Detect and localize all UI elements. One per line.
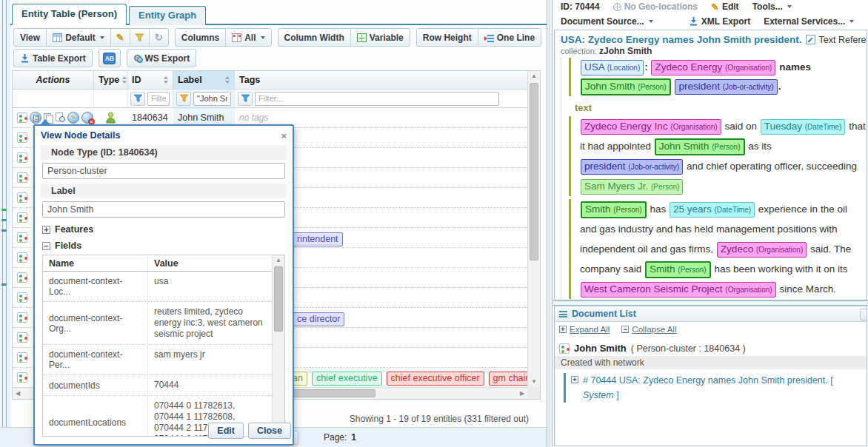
network-icon[interactable] [17, 312, 27, 323]
label-filter-input[interactable] [193, 92, 231, 106]
scroll-left-arrow[interactable]: ◀ [13, 388, 23, 399]
tab-entity-graph[interactable]: Entity Graph [129, 6, 206, 25]
text-reference-checkbox[interactable]: ✓ [806, 35, 815, 44]
scroll-down-arrow[interactable]: ▼ [528, 377, 540, 387]
scrollbar-thumb[interactable] [530, 83, 538, 261]
close-button[interactable]: Close [248, 423, 291, 439]
panel-splitter-horizontal[interactable] [552, 300, 868, 306]
row-height-label[interactable]: Row Height [417, 29, 478, 46]
node-type-input[interactable] [42, 163, 285, 179]
entity-chip[interactable]: Sam Myers Jr. (Person) [581, 179, 683, 195]
network-icon[interactable] [17, 212, 27, 223]
external-services-menu[interactable]: External Services... [758, 16, 859, 27]
document-link[interactable]: # 70444 USA: Zydeco Energy names John Sm… [583, 373, 866, 403]
column-width-label[interactable]: Column Width [278, 29, 350, 46]
xml-export-button[interactable]: XML Export [684, 16, 755, 27]
fields-table-row[interactable]: document-context-Per...sam myers jr [43, 345, 272, 375]
network-icon[interactable] [17, 192, 27, 203]
network-icon[interactable] [17, 352, 27, 363]
entity-chip[interactable]: USA (Location) [581, 60, 644, 75]
fields-table-row[interactable]: document-context-Org...reuters limited, … [43, 302, 272, 345]
annotation-button[interactable]: AB [99, 49, 121, 67]
scrollbar-thumb[interactable] [274, 266, 283, 332]
network-icon[interactable] [17, 132, 27, 143]
entity-tag[interactable]: chief executive [312, 372, 382, 386]
network-icon[interactable] [17, 332, 27, 343]
network-icon[interactable] [17, 112, 27, 123]
columns-all-dropdown[interactable]: All [225, 29, 270, 46]
entity-chip[interactable]: president (Job-or-activity) [675, 79, 777, 95]
edit-button[interactable]: Edit [208, 423, 244, 439]
entity-chip[interactable]: Zydeco Energy Inc (Organisation) [581, 119, 721, 135]
entity-tag[interactable]: chief executive officer [387, 372, 484, 386]
entity-tag[interactable]: gm chairman [489, 372, 527, 386]
network-icon[interactable] [17, 252, 27, 263]
network-icon[interactable] [17, 272, 27, 283]
filter-favorites-button[interactable] [130, 29, 149, 46]
row-height-one-line-button[interactable]: One Line [478, 29, 541, 46]
entity-chip[interactable]: West Cameron Seismic Project (Organisati… [581, 282, 776, 298]
tools-menu-button[interactable]: Tools... [747, 1, 797, 12]
column-header-tags[interactable]: Tags [235, 71, 540, 89]
network-icon[interactable] [17, 232, 27, 243]
panel-tool-button-partial[interactable] [860, 309, 867, 320]
column-header-label[interactable]: Label [173, 71, 235, 89]
column-header-type[interactable]: Type [94, 71, 127, 89]
document-source-menu[interactable]: Document Source... [555, 16, 658, 27]
job-tag[interactable]: rintendent [293, 232, 343, 246]
collapsed-west-panel[interactable] [0, 0, 10, 447]
view-label[interactable]: View [14, 29, 46, 46]
fields-expander[interactable]: − Fields [42, 237, 285, 253]
network-icon[interactable] [17, 172, 27, 183]
plus-icon[interactable]: + [571, 376, 578, 383]
table-export-button[interactable]: Table Export [13, 49, 93, 67]
ws-export-button[interactable]: ⚙ WS Export [127, 49, 196, 67]
entity-chip[interactable]: 25 years (DateTime) [670, 202, 755, 218]
refresh-button[interactable]: ↻ [149, 29, 168, 46]
edit-node-icon[interactable]: ✎ [67, 112, 79, 124]
column-width-variable-button[interactable]: Variable [350, 29, 410, 46]
column-header-id[interactable]: ID [127, 71, 173, 89]
network-icon[interactable] [17, 152, 27, 163]
no-geo-button[interactable]: No Geo-locations [608, 1, 703, 12]
scroll-up-arrow[interactable]: ▲ [528, 71, 540, 81]
label-filter-button[interactable] [176, 92, 191, 106]
scroll-up-arrow[interactable]: ▲ [273, 255, 284, 266]
tab-entity-table[interactable]: Entity Table (Person) [12, 4, 127, 25]
entity-chip[interactable]: Zydeco (Organisation) [717, 242, 807, 258]
edit-document-button[interactable]: ✎ Edit [706, 1, 744, 12]
search-document-icon[interactable] [55, 112, 65, 123]
job-tag[interactable]: ce director [293, 312, 344, 326]
edit-view-button[interactable]: ✎ [110, 29, 130, 46]
network-icon[interactable] [17, 372, 27, 383]
panel-splitter-vertical[interactable] [547, 0, 552, 447]
entity-chip[interactable]: president (Job-or-activity) [581, 159, 683, 175]
fields-scrollbar[interactable]: ▲ ▼ [272, 255, 284, 436]
entity-chip[interactable]: Tuesday (DateTime) [761, 119, 846, 135]
id-filter-input[interactable] [147, 92, 170, 106]
id-filter-button[interactable] [130, 92, 145, 106]
collapse-all-link[interactable]: − Collapse All [621, 325, 676, 334]
tags-filter-button[interactable] [238, 92, 253, 106]
entity-chip[interactable]: John Smith (Person) [655, 138, 745, 155]
columns-label[interactable]: Columns [176, 29, 225, 46]
scroll-right-arrow[interactable]: ▶ [517, 388, 527, 399]
dialog-header[interactable]: View Node Details × [35, 126, 293, 142]
entity-chip[interactable]: Smith (Person) [581, 201, 647, 218]
features-expander[interactable]: + Features [42, 221, 285, 237]
download-icon [20, 53, 30, 63]
entity-chip[interactable]: Zydeco Energy (Organisation) [651, 60, 775, 75]
entity-chip[interactable]: Smith (Person) [645, 261, 711, 278]
vertical-scrollbar[interactable]: ▲ ▼ [527, 71, 540, 387]
tags-filter-input[interactable] [255, 92, 499, 106]
close-icon[interactable]: × [281, 131, 287, 141]
label-input[interactable] [42, 201, 285, 218]
expand-all-link[interactable]: + Expand All [559, 325, 610, 334]
entity-chip[interactable]: John Smith (Person) [581, 78, 671, 95]
system-label: System [583, 390, 614, 400]
delete-node-icon[interactable]: × [81, 112, 93, 124]
fields-table-row[interactable]: documentIds70444 [43, 375, 272, 396]
fields-table-row[interactable]: document-context-Loc...usa [43, 272, 272, 302]
view-default-dropdown[interactable]: Default [46, 29, 110, 46]
network-icon[interactable] [17, 292, 27, 303]
